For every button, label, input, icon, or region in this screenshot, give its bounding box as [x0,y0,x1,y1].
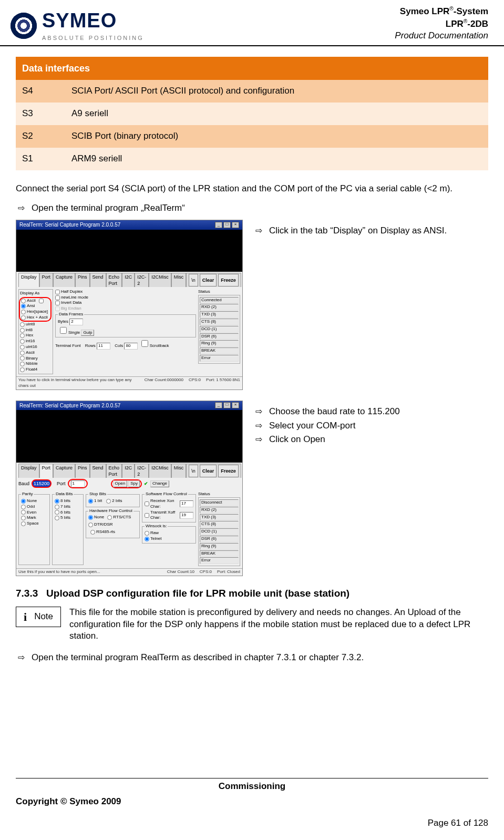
select-com-step: Select your COM-port [253,420,488,432]
table-row: S2SCIB Port (binary protocol) [16,125,488,148]
baud-highlight: 115200 [32,479,52,488]
port-highlight: 1 [68,479,88,488]
table-title: Data interfaces [16,57,488,80]
table-row: S1ARM9 seriell [16,148,488,170]
note-text: This file for the mobile station is prec… [69,607,488,643]
realterm-screenshot-display: RealTerm: Serial Capture Program 2.0.0.5… [16,220,243,390]
data-interfaces-table: Data interfaces S4SCIA Port/ ASCII Port … [16,57,488,170]
realterm-screenshot-port: RealTerm: Serial Capture Program 2.0.0.5… [16,401,243,576]
info-icon: i [24,609,27,625]
note-box: i Note [16,607,61,628]
click-open-step: Click on Open [253,434,488,446]
page-header: SYMEO ABSOLUTE POSITIONING Symeo LPR®-Sy… [0,0,504,46]
display-tab-instruction: Click in the tab “Display” on Display as… [253,225,488,237]
open-highlight: Open Spy [111,479,142,488]
table-row: S4SCIA Port/ ASCII Port (ASCII protocol)… [16,80,488,103]
logo-word: SYMEO [42,7,144,34]
section-heading: 7.3.3 Upload DSP configuration file for … [16,587,488,600]
header-doc-title: Symeo LPR®-System LPR®-2DB Product Docum… [395,5,488,42]
page-footer: Commissioning Copyright © Symeo 2009 Pag… [0,778,504,840]
connect-paragraph: Connect the serial port S4 (SCIA port) o… [16,183,488,195]
table-row: S3A9 seriell [16,103,488,125]
logo: SYMEO ABSOLUTE POSITIONING [11,7,144,42]
window-buttons: _□× [215,222,239,228]
logo-subtitle: ABSOLUTE POSITIONING [42,34,144,42]
open-realterm-step-2: Open the terminal program RealTerm as de… [16,652,488,664]
step-open-realterm: Open the terminal program „RealTerm“ [16,202,488,214]
check-icon: ✔ [144,480,148,487]
logo-icon [11,13,37,39]
choose-baud-step: Choose the baud rate to 115.200 [253,406,488,418]
